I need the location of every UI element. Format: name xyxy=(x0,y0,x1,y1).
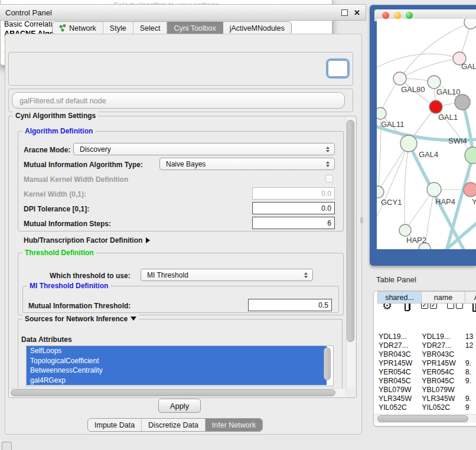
network-edge[interactable] xyxy=(400,58,459,79)
algorithm-definition-title: Algorithm Definition xyxy=(22,127,95,135)
network-node[interactable] xyxy=(428,76,441,89)
mi-steps-input[interactable] xyxy=(252,217,335,229)
hub-definition-expander[interactable]: Hub/Transcription Factor Definition xyxy=(24,236,150,244)
kernel-width-input[interactable] xyxy=(252,187,335,200)
cell-value[interactable]: 9. xyxy=(464,359,476,368)
cell-name[interactable]: YPR145W xyxy=(420,359,464,368)
cell-value[interactable]: 13 xyxy=(464,332,476,341)
tab-select[interactable]: Select xyxy=(133,22,168,34)
cell-value[interactable]: 9. xyxy=(464,377,476,386)
cell-name[interactable]: YIL052C xyxy=(420,403,464,412)
cell-name[interactable]: YDL19... xyxy=(420,332,464,341)
combo-stepper-icon xyxy=(323,146,334,152)
network-node[interactable] xyxy=(429,100,442,113)
network-node[interactable] xyxy=(377,186,384,198)
network-node[interactable] xyxy=(427,182,441,197)
network-node[interactable] xyxy=(464,19,476,29)
network-node[interactable] xyxy=(400,135,417,152)
which-threshold-select[interactable]: MI Threshold xyxy=(141,269,313,281)
cell-value[interactable] xyxy=(464,386,476,394)
manual-kernel-width-checkbox[interactable] xyxy=(325,175,333,182)
mi-threshold-input[interactable] xyxy=(248,299,332,311)
bottom-left-mini-button[interactable] xyxy=(2,442,12,450)
settings-vertical-scrollbar[interactable] xyxy=(347,120,354,342)
table-horizontal-scrollbar[interactable] xyxy=(377,415,468,422)
cell-value[interactable]: 9. xyxy=(464,394,476,403)
network-node[interactable] xyxy=(465,147,476,164)
network-node[interactable] xyxy=(377,107,386,119)
mi-steps-label: Mutual Information Steps: xyxy=(24,220,111,228)
table-data-combo[interactable]: galFiltered.sif default node xyxy=(12,92,345,109)
mi-algorithm-type-select[interactable]: Naive Bayes xyxy=(159,158,335,170)
network-edge[interactable] xyxy=(378,113,381,192)
network-node[interactable] xyxy=(399,224,411,236)
attribute-list-scrollbar[interactable] xyxy=(324,347,331,380)
cell-name[interactable]: YBR045C xyxy=(420,377,464,386)
network-node[interactable] xyxy=(455,94,470,110)
tab-discretize-data-label: Discretize Data xyxy=(148,421,198,429)
table-row[interactable]: YDL19... YDL19... 13 xyxy=(377,332,476,341)
table-row[interactable]: YER054C YER054C 8. xyxy=(377,368,476,377)
cell-name[interactable]: YLR345W xyxy=(420,394,464,403)
column-header-shared-name[interactable]: shared... xyxy=(377,291,422,304)
tab-style[interactable]: Style xyxy=(103,22,133,34)
cell-name[interactable]: YBL079W xyxy=(420,386,464,394)
cell-value[interactable]: 9 xyxy=(464,403,476,412)
sources-title[interactable]: Sources for Network Inference xyxy=(22,315,139,323)
settings-horizontal-scrollbar[interactable] xyxy=(11,389,335,396)
table-row[interactable]: YPR145W YPR145W 9. xyxy=(377,359,476,368)
network-node[interactable] xyxy=(464,182,476,197)
attribute-list-item[interactable]: TopologicalCoefficient xyxy=(27,356,327,366)
tab-cyni-toolbox[interactable]: Cyni Toolbox xyxy=(167,22,223,34)
attribute-list-item[interactable]: SelfLoops xyxy=(27,346,327,356)
cell-value[interactable]: 8. xyxy=(464,368,476,377)
apply-button[interactable]: Apply xyxy=(158,399,201,413)
table-row[interactable]: YBR045C YBR045C 9. xyxy=(377,377,476,386)
tab-impute-data[interactable]: Impute Data xyxy=(88,419,142,431)
cell-value[interactable]: 12 xyxy=(464,341,476,350)
cell-shared-name[interactable]: YIL052C xyxy=(377,403,420,412)
network-edge[interactable] xyxy=(377,144,409,226)
cell-name[interactable]: YER054C xyxy=(420,368,464,377)
close-icon[interactable]: ✕ xyxy=(354,9,360,17)
tab-network[interactable]: Network xyxy=(53,22,103,34)
tab-discretize-data[interactable]: Discretize Data xyxy=(142,419,206,431)
attribute-list-item[interactable]: gal4RGexp xyxy=(27,376,327,386)
cell-shared-name[interactable]: YDR27... xyxy=(377,341,420,350)
column-header-third[interactable]: A xyxy=(465,291,476,304)
network-node-label: GAL xyxy=(461,62,476,71)
aracne-mode-select[interactable]: Discovery xyxy=(73,143,335,155)
cell-shared-name[interactable]: YLR345W xyxy=(377,394,420,403)
zoom-traffic-light-icon[interactable] xyxy=(406,12,413,19)
splitter-handle[interactable] xyxy=(360,217,363,223)
close-traffic-light-icon[interactable] xyxy=(382,12,389,19)
attribute-list-item[interactable]: BetweennessCentrality xyxy=(27,366,327,376)
cell-shared-name[interactable]: YER054C xyxy=(377,368,420,377)
cell-name[interactable]: YDR27... xyxy=(420,341,464,350)
network-node-label: HAP4 xyxy=(435,197,455,206)
network-node[interactable] xyxy=(393,72,406,85)
network-edge[interactable] xyxy=(405,144,409,230)
column-header-name[interactable]: name xyxy=(421,291,465,304)
cell-shared-name[interactable]: YBR045C xyxy=(377,377,420,386)
tab-jactivemnodules[interactable]: jActiveMNodules xyxy=(223,22,291,34)
dpi-tolerance-input[interactable] xyxy=(252,202,335,214)
cell-shared-name[interactable]: YDL19... xyxy=(377,332,420,341)
table-row[interactable]: YLR345W YLR345W 9. xyxy=(377,394,476,403)
network-canvas[interactable]: GALGAL80GAL10GAL1GAL11SWI4GAL4GCY1HAP4YH… xyxy=(377,19,476,249)
network-edge[interactable] xyxy=(400,22,471,79)
cell-shared-name[interactable]: YBL079W xyxy=(377,386,420,394)
hub-definition-label: Hub/Transcription Factor Definition xyxy=(24,236,142,244)
table-row[interactable]: YBL079W YBL079W xyxy=(377,386,476,394)
table-row[interactable]: YDR27... YDR27... 12 xyxy=(377,341,476,350)
table-row[interactable]: YBR043C YBR043C xyxy=(377,350,476,359)
table-row[interactable]: YIL052C YIL052C 9 xyxy=(377,403,476,412)
algorithm-combo-focus-ring[interactable] xyxy=(326,58,350,79)
cell-shared-name[interactable]: YBR043C xyxy=(377,350,420,359)
cell-shared-name[interactable]: YPR145W xyxy=(377,359,420,368)
tab-infer-network[interactable]: Infer Network xyxy=(206,419,262,431)
float-window-icon[interactable] xyxy=(341,9,348,16)
minimize-traffic-light-icon[interactable] xyxy=(394,12,401,19)
cell-value[interactable] xyxy=(464,350,476,359)
cell-name[interactable]: YBR043C xyxy=(420,350,464,359)
